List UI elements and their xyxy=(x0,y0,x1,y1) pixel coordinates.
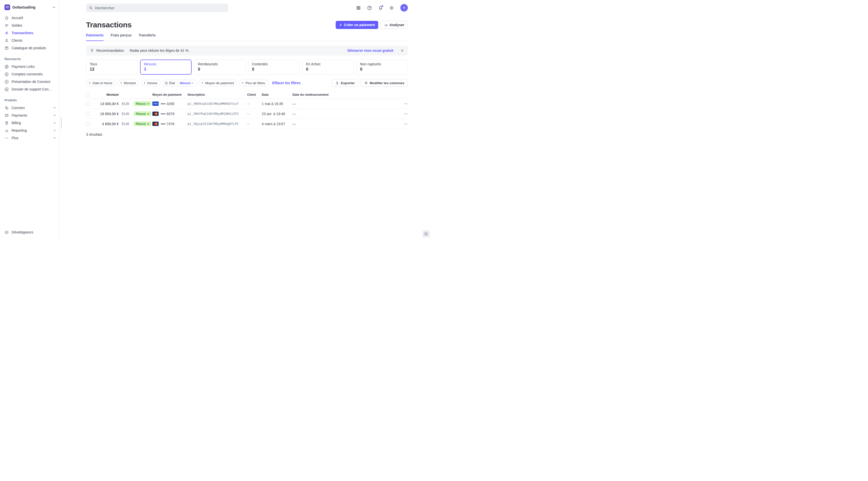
sidebar-item-soldes[interactable]: Soldes xyxy=(0,22,59,29)
support-case-icon xyxy=(4,87,9,92)
filter-pill-date[interactable]: Date et heure xyxy=(86,80,116,86)
sidebar-item-clients[interactable]: Clients xyxy=(0,37,59,44)
row-checkbox[interactable] xyxy=(86,112,90,116)
row-menu-button[interactable] xyxy=(398,122,408,126)
export-icon xyxy=(335,81,339,85)
analyze-button[interactable]: Analyser xyxy=(381,21,408,29)
row-checkbox[interactable] xyxy=(86,102,90,105)
sidebar-item-comptes-connectes[interactable]: Comptes connectés xyxy=(0,70,59,78)
card-last4: •••• 9378 xyxy=(161,112,175,116)
sidebar-item-payment-links[interactable]: Payment Links xyxy=(0,63,59,70)
account-switcher[interactable]: Gofastsailing xyxy=(0,4,59,14)
select-all-checkbox[interactable] xyxy=(86,93,90,96)
sidebar-item-reporting[interactable]: Reporting xyxy=(0,127,59,134)
sidebar-item-label: Catalogue de produits xyxy=(11,46,46,50)
filter-card-en-echec[interactable]: En échec 0 xyxy=(302,60,354,75)
filter-card-label: Non capturés xyxy=(360,62,404,66)
filter-pill-moyen-de-paiement[interactable]: Moyen de paiement xyxy=(199,80,237,86)
transactions-icon xyxy=(4,31,9,35)
tab-paiements[interactable]: Paiements xyxy=(86,33,103,41)
sidebar-item-label: Plus xyxy=(11,136,18,140)
export-button[interactable]: Exporter xyxy=(332,79,358,87)
settings-gear-icon[interactable] xyxy=(389,5,394,10)
refund-date-cell: — xyxy=(292,112,398,116)
search-input[interactable] xyxy=(95,6,225,10)
filter-pill-devise[interactable]: Devise xyxy=(141,80,160,86)
status-label: Réussi xyxy=(136,122,146,126)
sidebar-item-dossier-support[interactable]: Dossier de support Con... xyxy=(0,86,59,93)
status-label: Réussi xyxy=(136,102,146,105)
overflow-dots-icon xyxy=(404,122,408,126)
search-bar[interactable] xyxy=(86,3,228,12)
topbar-icons xyxy=(356,4,408,11)
row-checkbox[interactable] xyxy=(86,122,90,126)
client-cell: -- xyxy=(247,102,262,106)
sidebar-item-label: Billing xyxy=(11,121,21,125)
tab-frais-percus[interactable]: Frais perçus xyxy=(111,33,131,41)
filter-card-label: Tous xyxy=(90,62,134,66)
help-icon[interactable] xyxy=(367,5,372,10)
home-icon xyxy=(4,16,9,20)
filter-pill-montant[interactable]: Montant xyxy=(117,80,139,86)
currency-cell: EUR xyxy=(119,122,130,126)
remove-filter-icon[interactable] xyxy=(165,82,168,85)
date-cell: 4 mars à 19:07 xyxy=(262,122,292,126)
filter-card-count: 0 xyxy=(306,67,350,72)
row-menu-button[interactable] xyxy=(398,102,408,106)
sidebar-item-accueil[interactable]: Accueil xyxy=(0,14,59,22)
recommendation-banner: Recommandation Radar peut réduire les li… xyxy=(86,45,408,56)
sidebar-item-plus[interactable]: Plus xyxy=(0,134,59,142)
filter-card-tous[interactable]: Tous 13 xyxy=(86,60,137,75)
amount-cell: 4 600,00 € xyxy=(96,122,119,126)
filter-card-non-captures[interactable]: Non capturés 0 xyxy=(356,60,408,75)
dev-console-button[interactable] xyxy=(423,230,430,237)
notifications-bell-icon[interactable] xyxy=(378,5,383,10)
table-row[interactable]: 18 850,00 € EUR Réussi VISA •••• 9378 pi… xyxy=(86,109,408,119)
row-menu-button[interactable] xyxy=(398,112,408,116)
account-name: Gofastsailing xyxy=(12,5,50,9)
banner-text: Radar peut réduire les litiges de 41 %. xyxy=(130,49,189,53)
chevron-down-icon xyxy=(53,6,55,9)
account-logo xyxy=(4,4,10,10)
date-cell: 1 mai à 19:35 xyxy=(262,102,292,106)
filter-card-count: 0 xyxy=(252,67,296,72)
table-row[interactable]: 4 600,00 € EUR Réussi VISA •••• 7476 pi_… xyxy=(86,119,408,129)
sidebar-item-billing[interactable]: Billing xyxy=(0,119,59,127)
recommendation-bulb-icon xyxy=(90,49,94,53)
filter-card-count: 0 xyxy=(198,67,242,72)
clear-filters-link[interactable]: Effacer les filtres xyxy=(272,81,301,85)
filter-card-rembourses[interactable]: Remboursés 0 xyxy=(194,60,246,75)
close-icon[interactable] xyxy=(401,49,404,52)
sidebar-item-label: Connect xyxy=(11,106,25,110)
sidebar-item-connect[interactable]: Connect xyxy=(0,104,59,111)
create-payment-button[interactable]: Créer un paiement xyxy=(336,21,378,29)
add-menu-button[interactable] xyxy=(400,4,408,11)
tab-transferts[interactable]: Transferts xyxy=(138,33,156,41)
apps-grid-icon[interactable] xyxy=(356,5,361,10)
sidebar-item-transactions[interactable]: Transactions xyxy=(0,29,59,37)
state-filter-value[interactable]: Réussi xyxy=(180,81,194,85)
description-cell: pi_3RK0zwE1UblM0ydM0HGVTucF xyxy=(188,102,247,105)
filter-pill-etat[interactable]: État Réussi xyxy=(162,80,197,86)
sidebar-item-label: Payments xyxy=(11,113,27,117)
card-brand-icon: VISA xyxy=(152,122,159,126)
plus-icon xyxy=(241,82,244,85)
sidebar-item-catalogue[interactable]: Catalogue de produits xyxy=(0,44,59,52)
filter-card-contestes[interactable]: Contestés 0 xyxy=(248,60,300,75)
status-cell: Réussi xyxy=(130,121,152,126)
header-refund-date: Date du remboursement xyxy=(292,93,398,96)
main-content: Transactions Créer un paiement Analyser … xyxy=(60,0,434,241)
table-row[interactable]: 13 000,00 € EUR Réussi VISA •••• 3290 pi… xyxy=(86,99,408,109)
payments-icon xyxy=(4,113,9,118)
filter-card-count: 13 xyxy=(90,67,134,72)
filter-card-reussis[interactable]: Réussis 3 xyxy=(140,60,192,75)
sidebar-item-developpeurs[interactable]: Développeurs xyxy=(0,228,59,236)
chevron-down-icon xyxy=(53,106,56,109)
filter-pill-plus-de-filtres[interactable]: Plus de filtres xyxy=(239,80,268,86)
sidebar-item-presentation-connect[interactable]: Présentation de Connect xyxy=(0,78,59,86)
search-icon xyxy=(89,6,93,10)
start-free-trial-link[interactable]: Démarrer mon essai gratuit xyxy=(347,49,393,53)
edit-columns-button[interactable]: Modifier les colonnes xyxy=(361,79,408,87)
status-cell: Réussi xyxy=(130,101,152,106)
sidebar-item-payments[interactable]: Payments xyxy=(0,111,59,119)
